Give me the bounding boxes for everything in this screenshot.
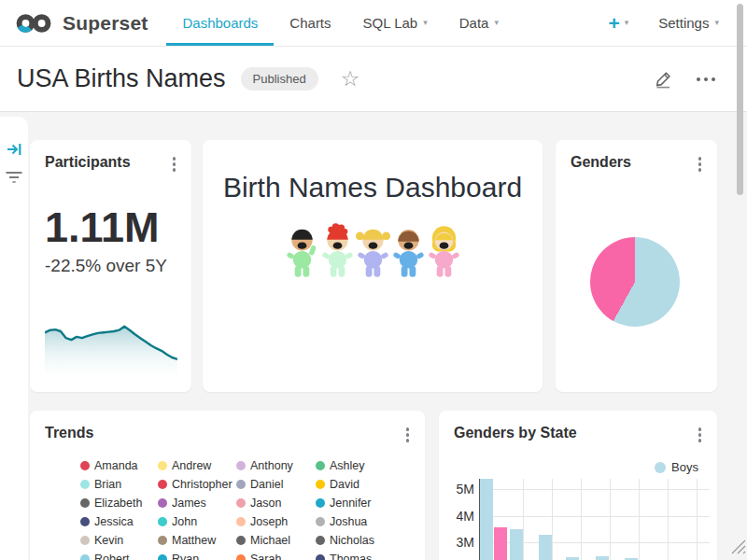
legend-dot <box>80 498 90 508</box>
gridline <box>697 479 698 560</box>
legend-item-ryan[interactable]: Ryan <box>158 553 199 560</box>
nav-item-dashboards[interactable]: Dashboards <box>166 0 274 46</box>
legend-dot <box>158 480 167 489</box>
legend-dot <box>158 517 167 526</box>
legend-dot <box>80 517 90 526</box>
legend-item-jennifer[interactable]: Jennifer <box>316 497 371 510</box>
legend-item-kevin[interactable]: Kevin <box>80 534 123 547</box>
legend-item-john[interactable]: John <box>158 515 197 528</box>
legend-label: Andrew <box>172 459 211 472</box>
legend-dot <box>316 480 325 489</box>
legend-item-david[interactable]: David <box>316 478 359 491</box>
legend-item-michael[interactable]: Michael <box>236 534 290 547</box>
brand-name: Superset <box>63 12 148 35</box>
legend-label: Daniel <box>250 478 283 491</box>
resize-handle[interactable] <box>729 538 747 556</box>
legend-label: Joseph <box>250 515 288 528</box>
plus-icon: + <box>608 13 619 33</box>
pie-chart[interactable] <box>590 237 680 327</box>
caret-down-icon: ▾ <box>625 19 629 27</box>
big-number: 1.11M <box>30 175 191 248</box>
nav-item-label: Data <box>459 15 489 31</box>
legend-item-brian[interactable]: Brian <box>80 478 121 491</box>
caret-down-icon: ▾ <box>423 19 428 27</box>
big-number-subheader: -22.5% over 5Y <box>30 248 191 276</box>
legend-item-joshua[interactable]: Joshua <box>316 515 367 528</box>
chart-legend: AmandaAndrewAnthonyAshleyBrianChristophe… <box>30 411 425 560</box>
arrow-right-to-bar-icon <box>6 141 22 158</box>
bar-girls[interactable] <box>494 527 507 560</box>
legend-label: Amanda <box>94 459 138 472</box>
bar-boys[interactable] <box>539 535 552 560</box>
legend-item-jessica[interactable]: Jessica <box>80 515 134 528</box>
edit-dashboard-button[interactable] <box>654 69 674 90</box>
more-options-icon[interactable] <box>695 74 717 85</box>
scrollbar-thumb[interactable] <box>737 4 743 195</box>
legend-dot <box>316 461 325 470</box>
new-item-button[interactable]: + ▾ <box>608 13 628 33</box>
legend-dot <box>158 536 167 545</box>
legend-label: John <box>172 515 197 528</box>
nav-item-data[interactable]: Data▾ <box>444 0 514 46</box>
card-menu-icon[interactable] <box>168 154 181 175</box>
card-trends: Trends AmandaAndrewAnthonyAshleyBrianChr… <box>30 411 425 560</box>
legend-dot <box>236 461 246 470</box>
legend-item-thomas[interactable]: Thomas <box>316 553 372 560</box>
kid-figure <box>320 222 355 280</box>
gridline <box>610 479 611 560</box>
legend-label: Thomas <box>330 553 372 560</box>
legend-item-ashley[interactable]: Ashley <box>316 459 365 472</box>
legend-item-james[interactable]: James <box>158 497 206 510</box>
legend-item-daniel[interactable]: Daniel <box>236 478 283 491</box>
legend-dot <box>236 536 246 545</box>
legend-item-nicholas[interactable]: Nicholas <box>316 534 374 547</box>
legend-item-matthew[interactable]: Matthew <box>158 534 216 547</box>
legend-label: Kevin <box>94 534 123 547</box>
legend-dot <box>316 536 325 545</box>
status-badge[interactable]: Published <box>241 67 318 91</box>
card-menu-icon[interactable] <box>694 154 707 175</box>
superset-logo-icon <box>15 11 54 35</box>
legend-label: Brian <box>94 478 121 491</box>
legend-item-joseph[interactable]: Joseph <box>236 515 288 528</box>
caret-down-icon: ▾ <box>494 19 499 27</box>
markdown-heading: Birth Names Dashboard <box>212 172 533 203</box>
legend-dot <box>80 480 90 489</box>
legend-dot <box>316 554 325 560</box>
card-genders: Genders <box>556 140 717 392</box>
legend-label: Jason <box>250 497 281 510</box>
bar-boys[interactable] <box>480 479 493 560</box>
bar-chart: 5M4M3M <box>439 411 717 560</box>
legend-label: Michael <box>250 534 290 547</box>
legend-dot <box>158 554 167 560</box>
gridline <box>639 479 640 560</box>
settings-menu[interactable]: Settings ▾ <box>658 15 719 31</box>
legend-item-amanda[interactable]: Amanda <box>80 459 138 472</box>
kid-figure <box>285 222 319 280</box>
legend-dot <box>236 517 246 526</box>
brand[interactable]: Superset <box>15 11 148 35</box>
legend-item-anthony[interactable]: Anthony <box>236 459 293 472</box>
bar-boys[interactable] <box>596 556 609 560</box>
gridline <box>479 489 710 490</box>
legend-label: Jessica <box>94 515 134 528</box>
y-axis-tick-label: 3M <box>450 535 474 550</box>
expand-filter-bar-button[interactable] <box>6 141 22 158</box>
filter-icon <box>5 170 23 186</box>
legend-item-robert[interactable]: Robert <box>80 553 130 560</box>
favorite-star-icon[interactable]: ☆ <box>341 68 360 90</box>
pencil-icon <box>654 69 674 90</box>
legend-item-jason[interactable]: Jason <box>236 497 281 510</box>
legend-item-elizabeth[interactable]: Elizabeth <box>80 497 142 510</box>
resize-grip-icon <box>729 538 747 556</box>
dashboard-header: USA Births Names Published ☆ <box>0 47 747 112</box>
legend-item-sarah[interactable]: Sarah <box>236 553 281 560</box>
legend-item-andrew[interactable]: Andrew <box>158 459 211 472</box>
legend-label: Matthew <box>172 534 216 547</box>
nav-item-sql-lab[interactable]: SQL Lab▾ <box>347 0 444 46</box>
bar-boys[interactable] <box>510 529 523 560</box>
nav-item-label: SQL Lab <box>363 15 418 31</box>
legend-item-christopher[interactable]: Christopher <box>158 478 233 491</box>
nav-item-charts[interactable]: Charts <box>274 0 346 46</box>
card-title: Genders <box>571 154 631 171</box>
